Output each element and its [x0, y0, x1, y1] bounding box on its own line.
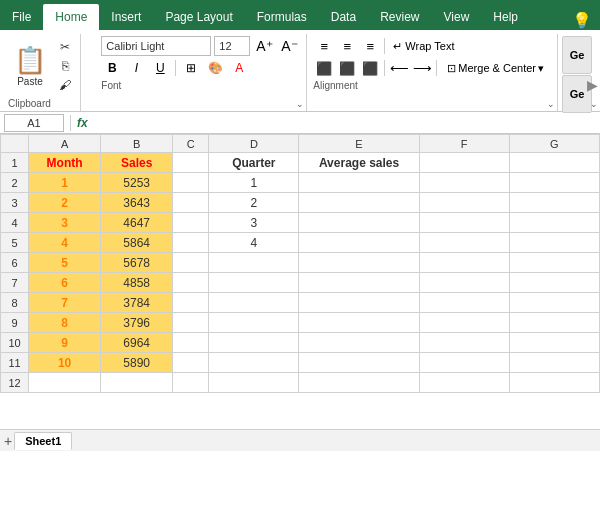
- cell-c1[interactable]: [173, 153, 209, 173]
- cell-e11[interactable]: [299, 353, 419, 373]
- cell-d6[interactable]: [209, 253, 299, 273]
- tab-review[interactable]: Review: [368, 4, 431, 30]
- cell-g12[interactable]: [509, 373, 599, 393]
- cell-d4[interactable]: 3: [209, 213, 299, 233]
- indent-decrease-button[interactable]: ⟵: [388, 58, 410, 78]
- cell-b5[interactable]: 5864: [101, 233, 173, 253]
- cell-e12[interactable]: [299, 373, 419, 393]
- font-name-input[interactable]: [101, 36, 211, 56]
- name-box[interactable]: [4, 114, 64, 132]
- cell-g2[interactable]: [509, 173, 599, 193]
- cell-g4[interactable]: [509, 213, 599, 233]
- font-color-button[interactable]: A: [228, 58, 250, 78]
- bold-button[interactable]: B: [101, 58, 123, 78]
- cell-c3[interactable]: [173, 193, 209, 213]
- cell-g3[interactable]: [509, 193, 599, 213]
- cell-d3[interactable]: 2: [209, 193, 299, 213]
- col-header-g[interactable]: G: [509, 135, 599, 153]
- cell-f2[interactable]: [419, 173, 509, 193]
- sheet-tab-1[interactable]: Sheet1: [14, 432, 72, 450]
- cell-c6[interactable]: [173, 253, 209, 273]
- cell-g9[interactable]: [509, 313, 599, 333]
- cell-e4[interactable]: [299, 213, 419, 233]
- row-num-10[interactable]: 10: [1, 333, 29, 353]
- paste-button[interactable]: 📋 Paste: [8, 38, 52, 94]
- clipboard-expand[interactable]: ⌄: [590, 99, 598, 109]
- cell-a6[interactable]: 5: [29, 253, 101, 273]
- cell-a1[interactable]: Month: [29, 153, 101, 173]
- cut-button[interactable]: ✂: [54, 38, 76, 56]
- cell-e10[interactable]: [299, 333, 419, 353]
- cell-f5[interactable]: [419, 233, 509, 253]
- underline-button[interactable]: U: [149, 58, 171, 78]
- cell-a9[interactable]: 8: [29, 313, 101, 333]
- cell-f8[interactable]: [419, 293, 509, 313]
- formula-input[interactable]: [94, 116, 596, 130]
- col-header-d[interactable]: D: [209, 135, 299, 153]
- align-left-button[interactable]: ⬛: [313, 58, 335, 78]
- row-num-6[interactable]: 6: [1, 253, 29, 273]
- cell-f6[interactable]: [419, 253, 509, 273]
- cell-b3[interactable]: 3643: [101, 193, 173, 213]
- row-num-12[interactable]: 12: [1, 373, 29, 393]
- cell-f3[interactable]: [419, 193, 509, 213]
- row-num-11[interactable]: 11: [1, 353, 29, 373]
- lightbulb-icon[interactable]: 💡: [572, 11, 592, 30]
- cell-e8[interactable]: [299, 293, 419, 313]
- row-num-1[interactable]: 1: [1, 153, 29, 173]
- cell-c8[interactable]: [173, 293, 209, 313]
- ribbon-scroll-right[interactable]: ▶: [587, 77, 598, 93]
- wrap-text-button[interactable]: ↵ Wrap Text: [388, 38, 459, 55]
- tab-formulas[interactable]: Formulas: [245, 4, 319, 30]
- align-center-button[interactable]: ⬛: [336, 58, 358, 78]
- cell-g8[interactable]: [509, 293, 599, 313]
- cell-g1[interactable]: [509, 153, 599, 173]
- cell-f9[interactable]: [419, 313, 509, 333]
- cell-e7[interactable]: [299, 273, 419, 293]
- cell-f7[interactable]: [419, 273, 509, 293]
- indent-increase-button[interactable]: ⟶: [411, 58, 433, 78]
- cell-a8[interactable]: 7: [29, 293, 101, 313]
- cell-d11[interactable]: [209, 353, 299, 373]
- tab-home[interactable]: Home: [43, 4, 99, 30]
- cell-c11[interactable]: [173, 353, 209, 373]
- row-num-5[interactable]: 5: [1, 233, 29, 253]
- tab-page-layout[interactable]: Page Layout: [153, 4, 244, 30]
- cell-g6[interactable]: [509, 253, 599, 273]
- cell-f12[interactable]: [419, 373, 509, 393]
- row-num-8[interactable]: 8: [1, 293, 29, 313]
- cell-a5[interactable]: 4: [29, 233, 101, 253]
- cell-c10[interactable]: [173, 333, 209, 353]
- col-header-c[interactable]: C: [173, 135, 209, 153]
- cell-a3[interactable]: 2: [29, 193, 101, 213]
- cell-a7[interactable]: 6: [29, 273, 101, 293]
- cell-c12[interactable]: [173, 373, 209, 393]
- col-header-f[interactable]: F: [419, 135, 509, 153]
- merge-center-button[interactable]: ⊡ Merge & Center ▾: [440, 60, 551, 77]
- cell-b7[interactable]: 4858: [101, 273, 173, 293]
- decrease-font-button[interactable]: A⁻: [278, 36, 300, 56]
- cell-b11[interactable]: 5890: [101, 353, 173, 373]
- cell-d7[interactable]: [209, 273, 299, 293]
- cell-b2[interactable]: 5253: [101, 173, 173, 193]
- align-right-button[interactable]: ⬛: [359, 58, 381, 78]
- cell-e9[interactable]: [299, 313, 419, 333]
- cell-d8[interactable]: [209, 293, 299, 313]
- format-painter-button[interactable]: 🖌: [54, 76, 76, 94]
- align-left-top-button[interactable]: ≡: [313, 36, 335, 56]
- cell-b10[interactable]: 6964: [101, 333, 173, 353]
- align-center-top-button[interactable]: ≡: [336, 36, 358, 56]
- cell-g10[interactable]: [509, 333, 599, 353]
- cell-a2[interactable]: 1: [29, 173, 101, 193]
- cell-c4[interactable]: [173, 213, 209, 233]
- cell-e3[interactable]: [299, 193, 419, 213]
- tab-view[interactable]: View: [432, 4, 482, 30]
- cell-e2[interactable]: [299, 173, 419, 193]
- cell-d10[interactable]: [209, 333, 299, 353]
- cell-a4[interactable]: 3: [29, 213, 101, 233]
- cell-b6[interactable]: 5678: [101, 253, 173, 273]
- ge-button-1[interactable]: Ge: [562, 36, 592, 74]
- cell-e5[interactable]: [299, 233, 419, 253]
- col-header-e[interactable]: E: [299, 135, 419, 153]
- row-num-3[interactable]: 3: [1, 193, 29, 213]
